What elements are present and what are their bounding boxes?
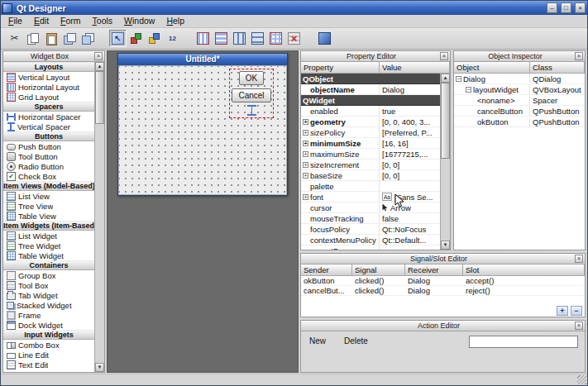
scroll-track[interactable] xyxy=(441,83,450,241)
property-row-objectname[interactable]: objectNameDialog xyxy=(301,84,440,95)
widget-frame[interactable]: Frame xyxy=(3,310,94,320)
widgetbox-category-input-widgets[interactable]: Input Widgets xyxy=(3,330,94,340)
widget-horizontal-layout[interactable]: Horizontal Layout xyxy=(3,82,94,92)
object-row-dialog[interactable]: −DialogQDialog xyxy=(454,74,585,84)
collapse-icon[interactable]: − xyxy=(466,87,471,93)
connection-row[interactable]: cancelBut...clicked()Dialogreject() xyxy=(301,286,585,296)
add-connection-button[interactable]: + xyxy=(557,306,568,316)
action-editor-titlebar[interactable]: Action Editor × xyxy=(301,321,585,331)
bring-to-front-button[interactable] xyxy=(60,30,78,47)
expand-icon[interactable]: + xyxy=(303,130,308,136)
layout-splitter-horizontal-button[interactable] xyxy=(231,30,248,47)
menu-window[interactable]: Window xyxy=(118,15,160,27)
class-column-header[interactable]: Class xyxy=(530,62,585,74)
widgetbox-category-item-widgets-item-based[interactable]: Item Widgets (Item-Based) xyxy=(3,221,94,231)
delete-action-button[interactable]: Delete xyxy=(342,336,370,346)
expand-icon[interactable]: + xyxy=(303,173,308,179)
receiver-column-header[interactable]: Receiver xyxy=(405,264,463,276)
remove-connection-button[interactable]: − xyxy=(571,306,582,316)
widgetbox-category-item-views-model-based[interactable]: Item Views (Model-Based) xyxy=(3,181,94,191)
widget-spin-box[interactable]: Spin Box xyxy=(3,369,94,372)
minimize-button[interactable]: – xyxy=(547,2,557,13)
object-row-noname[interactable]: <noname>Spacer xyxy=(454,95,585,106)
widgetbox-category-layouts[interactable]: Layouts xyxy=(3,62,94,72)
new-action-button[interactable]: New xyxy=(308,336,327,346)
property-row-geometry[interactable]: +geometry[0, 0, 400, 3... xyxy=(301,117,440,127)
property-row-maximumsize[interactable]: +maximumSize[16777215,... xyxy=(301,149,440,160)
widget-table-widget[interactable]: Table Widget xyxy=(3,250,94,260)
property-row-qobject[interactable]: QObject xyxy=(301,74,440,84)
widgetbox-category-buttons[interactable]: Buttons xyxy=(3,131,94,141)
cancel-button[interactable]: Cancel xyxy=(232,88,270,102)
widget-tree-view[interactable]: Tree View xyxy=(3,201,94,211)
object-row-cancelbutton[interactable]: cancelButtonQPushButton xyxy=(454,106,585,117)
layout-grid-button[interactable] xyxy=(267,30,284,47)
scroll-up-icon[interactable]: ▲ xyxy=(441,74,450,83)
signal-column-header[interactable]: Signal xyxy=(352,264,405,276)
scroll-track[interactable] xyxy=(95,71,104,363)
action-editor-close-icon[interactable]: × xyxy=(575,322,583,330)
object-inspector-close-icon[interactable]: × xyxy=(575,52,583,60)
resize-grip[interactable] xyxy=(577,375,586,384)
widget-vertical-layout[interactable]: Vertical Layout xyxy=(3,72,94,82)
widget-horizontal-spacer[interactable]: Horizontal Spacer xyxy=(3,112,94,122)
scroll-down-icon[interactable]: ▼ xyxy=(441,241,450,250)
property-editor-titlebar[interactable]: Property Editor × xyxy=(301,51,450,62)
scroll-thumb[interactable] xyxy=(95,71,104,124)
collapse-icon[interactable]: − xyxy=(456,76,461,82)
widget-push-button[interactable]: Push Button xyxy=(3,141,94,151)
widget-tool-button[interactable]: Tool Button xyxy=(3,151,94,161)
property-editor-scrollbar[interactable]: ▲ ▼ xyxy=(440,74,450,250)
object-inspector-titlebar[interactable]: Object Inspector × xyxy=(454,51,585,62)
form-canvas[interactable]: OK Cancel xyxy=(118,65,287,195)
signal-slot-titlebar[interactable]: Signal/Slot Editor × xyxy=(301,254,585,264)
object-row-layoutwidget[interactable]: −layoutWidgetQVBoxLayout xyxy=(454,84,585,95)
property-row-qwidget[interactable]: QWidget xyxy=(301,95,440,106)
value-column-header[interactable]: Value xyxy=(380,62,450,74)
property-row-basesize[interactable]: +baseSize[0, 0] xyxy=(301,170,440,181)
widget-tab-widget[interactable]: Tab Widget xyxy=(3,290,94,300)
expand-icon[interactable]: + xyxy=(303,162,308,168)
property-row-cursor[interactable]: cursorArrow xyxy=(301,203,440,213)
widget-tree-widget[interactable]: Tree Widget xyxy=(3,241,94,250)
break-layout-button[interactable] xyxy=(285,30,303,47)
signal-slot-close-icon[interactable]: × xyxy=(575,255,583,263)
menu-tools[interactable]: Tools xyxy=(87,15,119,27)
maximize-button[interactable]: □ xyxy=(561,2,571,13)
paste-button[interactable] xyxy=(42,30,60,47)
window-titlebar[interactable]: Qt Designer – □ × xyxy=(1,1,587,15)
property-row-palette[interactable]: palette xyxy=(301,181,440,192)
property-row-focuspolicy[interactable]: focusPolicyQt::NoFocus xyxy=(301,224,440,235)
property-row-font[interactable]: +fontAa[Sans Se... xyxy=(301,192,440,203)
selected-vbox-layout-outline[interactable]: OK Cancel xyxy=(229,69,274,118)
widget-line-edit[interactable]: Line Edit xyxy=(3,350,94,360)
property-editor-close-icon[interactable]: × xyxy=(440,52,448,60)
widget-check-box[interactable]: Check Box xyxy=(3,171,94,181)
copy-button[interactable] xyxy=(24,30,41,47)
cut-button[interactable] xyxy=(6,30,23,47)
preview-button[interactable] xyxy=(316,30,333,47)
menu-help[interactable]: Help xyxy=(160,15,190,27)
widget-radio-button[interactable]: Radio Button xyxy=(3,161,94,171)
expand-icon[interactable]: + xyxy=(303,151,308,157)
widget-table-view[interactable]: Table View xyxy=(3,211,94,221)
edit-signals-slots-button[interactable] xyxy=(127,30,145,47)
widget-box-close-icon[interactable]: × xyxy=(94,52,103,60)
scroll-down-icon[interactable]: ▼ xyxy=(95,363,104,372)
edit-buddies-button[interactable] xyxy=(146,30,163,47)
expand-icon[interactable]: + xyxy=(303,119,308,125)
widget-grid-layout[interactable]: Grid Layout xyxy=(3,92,94,102)
edit-widgets-button[interactable] xyxy=(109,30,127,47)
sender-column-header[interactable]: Sender xyxy=(301,264,352,276)
vertical-spacer-widget[interactable] xyxy=(247,105,256,116)
widget-dock-widget[interactable]: Dock Widget xyxy=(3,320,94,330)
property-row-minimumsize[interactable]: +minimumSize[16, 16] xyxy=(301,138,440,149)
layout-vertical-button[interactable] xyxy=(213,30,230,47)
expand-icon[interactable]: + xyxy=(303,141,308,146)
scroll-up-icon[interactable]: ▲ xyxy=(95,62,104,71)
widget-vertical-spacer[interactable]: Vertical Spacer xyxy=(3,122,94,131)
property-row-sizeincrement[interactable]: +sizeIncrement[0, 0] xyxy=(301,160,440,170)
menu-form[interactable]: Form xyxy=(55,15,87,27)
menu-edit[interactable]: Edit xyxy=(28,15,55,27)
menu-file[interactable]: File xyxy=(2,15,28,27)
